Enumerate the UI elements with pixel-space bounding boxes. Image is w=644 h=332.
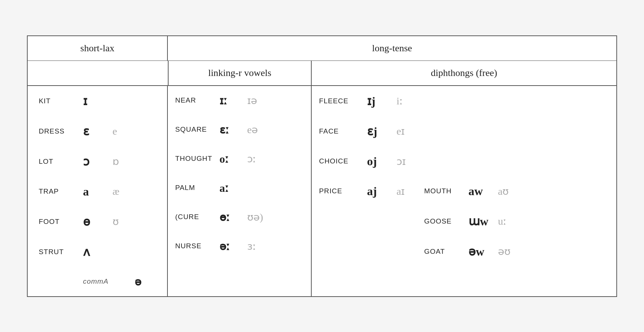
ipa-nurse-secondary: ɜː: [247, 240, 256, 252]
list-item: THOUGHT oː ɔː: [175, 144, 304, 173]
list-item: FACE ɛj eɪ: [319, 116, 609, 146]
diphthongs-column: FLEECE ɪj iː FACE ɛj eɪ CHOICE oj ɔɪ PRI…: [312, 86, 616, 296]
short-lax-column: KIT ɪ DRESS ɛ e LOT ɔ ɒ TRAP a æ FOOT ɵ: [28, 86, 168, 296]
ipa-comma: ə: [135, 275, 141, 288]
list-item: FLEECE ɪj iː: [319, 86, 609, 116]
list-item-comma: commA ə: [39, 267, 156, 296]
ipa-near-long: ɪː: [219, 94, 240, 107]
header-diphthongs: diphthongs (free): [312, 61, 616, 85]
ipa-fleece-secondary: iː: [397, 95, 417, 107]
ipa-cure-long: ɵː: [219, 211, 240, 224]
word-choice: CHOICE: [319, 157, 363, 165]
word-thought: THOUGHT: [175, 155, 216, 163]
ipa-strut-primary: ʌ: [83, 245, 105, 259]
word-foot: FOOT: [39, 218, 79, 226]
ipa-goat-secondary: əʊ: [498, 245, 510, 257]
list-item: LOT ɔ ɒ: [39, 146, 156, 177]
word-price: PRICE: [319, 187, 363, 195]
ipa-goose-primary: ɯw: [468, 214, 492, 228]
ipa-thought-secondary: ɔː: [247, 153, 256, 165]
word-strut: STRUT: [39, 248, 79, 256]
list-item: NURSE əː ɜː: [175, 232, 304, 261]
ipa-foot-primary: ɵ: [83, 215, 105, 229]
list-item: FOOT ɵ ʊ: [39, 207, 156, 237]
list-item: GOAT əw əʊ: [319, 236, 609, 267]
word-trap: TRAP: [39, 187, 79, 196]
ipa-fleece-primary: ɪj: [367, 94, 391, 108]
header-row-1: short-lax long-tense: [28, 36, 616, 61]
word-fleece: FLEECE: [319, 97, 363, 105]
list-item: GOOSE ɯw uː: [319, 206, 609, 236]
word-cure: (CURE: [175, 213, 216, 221]
word-palm: PALM: [175, 184, 216, 192]
list-item: KIT ɪ: [39, 86, 156, 116]
ipa-cure-secondary: ʊə): [247, 211, 263, 223]
ipa-nurse-long: əː: [219, 240, 240, 253]
ipa-near-secondary: ɪə: [247, 94, 257, 107]
word-kit: KIT: [39, 97, 79, 105]
main-table: short-lax long-tense linking-r vowels di…: [27, 35, 617, 297]
word-lot: LOT: [39, 158, 79, 166]
list-item: SQUARE ɛː eə: [175, 115, 304, 144]
word-dress: DRESS: [39, 127, 79, 135]
word-face: FACE: [319, 127, 363, 135]
ipa-mouth-secondary: aʊ: [498, 185, 509, 197]
list-item: STRUT ʌ: [39, 237, 156, 267]
ipa-trap-secondary: æ: [112, 186, 120, 197]
list-item: (CURE ɵː ʊə): [175, 203, 304, 232]
word-square: SQUARE: [175, 125, 216, 134]
ipa-dress-secondary: e: [112, 125, 117, 137]
ipa-choice-secondary: ɔɪ: [397, 155, 417, 167]
word-comma: commA: [83, 277, 131, 286]
word-nurse: NURSE: [175, 242, 216, 250]
ipa-kit-primary: ɪ: [83, 94, 105, 108]
header-row-2: linking-r vowels diphthongs (free): [28, 61, 616, 86]
ipa-foot-secondary: ʊ: [112, 215, 119, 228]
ipa-price-primary: aj: [367, 184, 391, 198]
ipa-dress-primary: ɛ: [83, 124, 105, 138]
list-item: NEAR ɪː ɪə: [175, 86, 304, 115]
header-short-lax: short-lax: [28, 36, 168, 60]
header-linking-r: linking-r vowels: [168, 61, 312, 85]
list-item: PRICE aj aɪ MOUTH aw aʊ: [319, 176, 609, 206]
ipa-mouth-primary: aw: [468, 184, 492, 198]
body-section: KIT ɪ DRESS ɛ e LOT ɔ ɒ TRAP a æ FOOT ɵ: [28, 86, 616, 296]
ipa-choice-primary: oj: [367, 155, 391, 168]
list-item: PALM aː: [175, 173, 304, 203]
ipa-trap-primary: a: [83, 185, 105, 198]
word-mouth: MOUTH: [424, 187, 465, 195]
word-goat: GOAT: [424, 248, 465, 256]
ipa-price-secondary: aɪ: [397, 185, 417, 197]
ipa-thought-long: oː: [219, 152, 240, 165]
list-item: DRESS ɛ e: [39, 116, 156, 146]
ipa-lot-secondary: ɒ: [112, 155, 119, 167]
ipa-goose-secondary: uː: [498, 215, 506, 227]
ipa-lot-primary: ɔ: [83, 155, 105, 169]
ipa-face-primary: ɛj: [367, 124, 391, 138]
ipa-palm-long: aː: [219, 181, 240, 194]
list-item: CHOICE oj ɔɪ: [319, 146, 609, 176]
ipa-face-secondary: eɪ: [397, 125, 417, 137]
word-near: NEAR: [175, 96, 216, 104]
ipa-square-secondary: eə: [247, 124, 258, 136]
ipa-goat-primary: əw: [468, 245, 492, 259]
word-goose: GOOSE: [424, 217, 465, 225]
linking-r-column: NEAR ɪː ɪə SQUARE ɛː eə THOUGHT oː ɔː PA…: [168, 86, 312, 296]
header-long-tense: long-tense: [168, 36, 616, 60]
header-spacer: [28, 61, 168, 85]
list-item: TRAP a æ: [39, 177, 156, 207]
ipa-square-long: ɛː: [219, 123, 240, 136]
